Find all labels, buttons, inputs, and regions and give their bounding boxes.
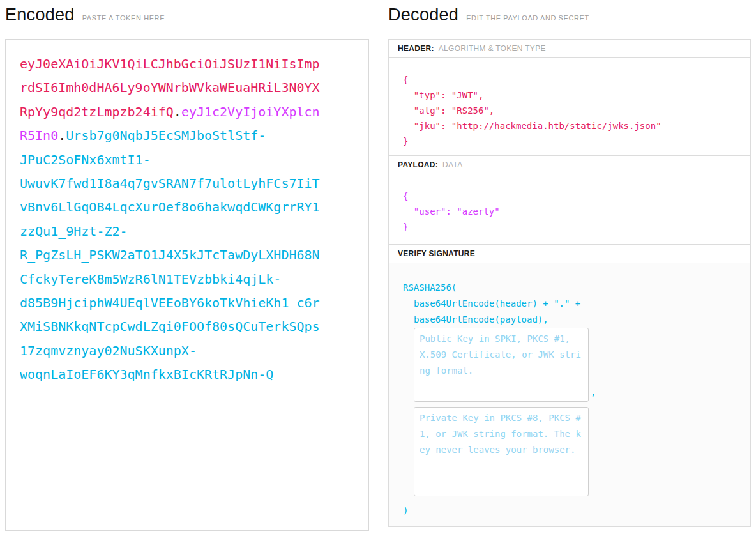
decoded-title: Decoded	[388, 5, 458, 25]
encoded-title: Encoded	[5, 5, 75, 25]
signature-algorithm-line: RSASHA256(	[403, 280, 750, 296]
header-section-label: HEADER:	[398, 44, 434, 53]
signature-closing-paren: )	[403, 503, 750, 519]
decoded-subtitle: EDIT THE PAYLOAD AND SECRET	[466, 14, 589, 22]
payload-json-text[interactable]: { "user": "azerty" }	[403, 188, 750, 234]
payload-section-sublabel: DATA	[442, 160, 462, 169]
tok-dot: .	[174, 104, 181, 119]
public-key-input[interactable]	[414, 328, 589, 402]
jwt-token-text[interactable]: eyJ0eXAiOiJKV1QiLCJhbGciOiJSUzI1NiIsImpr…	[20, 52, 324, 387]
signature-encode-header-line: base64UrlEncode(header) + "." +	[403, 296, 750, 312]
header-json-text[interactable]: { "typ": "JWT", "alg": "RS256", "jku": "…	[403, 72, 750, 149]
jwt-debugger-page: Encoded PASTE A TOKEN HERE eyJ0eXAiOiJKV…	[0, 0, 756, 536]
encoded-subtitle: PASTE A TOKEN HERE	[82, 14, 165, 22]
signature-formula: RSASHA256( base64UrlEncode(header) + "."…	[403, 280, 750, 519]
payload-section-label: PAYLOAD:	[398, 160, 438, 169]
decoded-column: Decoded EDIT THE PAYLOAD AND SECRET HEAD…	[388, 5, 751, 536]
payload-section-labelbar: PAYLOAD: DATA	[388, 155, 751, 174]
encoded-token-editor[interactable]: eyJ0eXAiOiJKV1QiLCJhbGciOiJSUzI1NiIsImpr…	[5, 39, 369, 531]
signature-section-labelbar: VERIFY SIGNATURE	[388, 244, 751, 263]
signature-section-label: VERIFY SIGNATURE	[398, 249, 475, 258]
header-json-editor[interactable]: { "typ": "JWT", "alg": "RS256", "jku": "…	[388, 57, 751, 156]
signature-section: RSASHA256( base64UrlEncode(header) + "."…	[388, 263, 751, 527]
tok-dot: .	[58, 128, 66, 143]
encoded-header: Encoded PASTE A TOKEN HERE	[5, 5, 369, 26]
decoded-header: Decoded EDIT THE PAYLOAD AND SECRET	[388, 5, 751, 26]
payload-json-editor[interactable]: { "user": "azerty" }	[388, 174, 751, 245]
signature-separator-comma: ,	[591, 385, 596, 401]
encoded-column: Encoded PASTE A TOKEN HERE eyJ0eXAiOiJKV…	[5, 5, 369, 536]
header-section-sublabel: ALGORITHM & TOKEN TYPE	[439, 44, 546, 53]
private-key-input[interactable]	[414, 407, 589, 496]
tok-signature-segment: Ursb7g0NqbJ5EcSMJboStlStf-JPuC2SoFNx6xmt…	[20, 128, 320, 382]
signature-encode-payload-line: base64UrlEncode(payload),	[403, 312, 750, 328]
header-section-labelbar: HEADER: ALGORITHM & TOKEN TYPE	[388, 39, 751, 58]
